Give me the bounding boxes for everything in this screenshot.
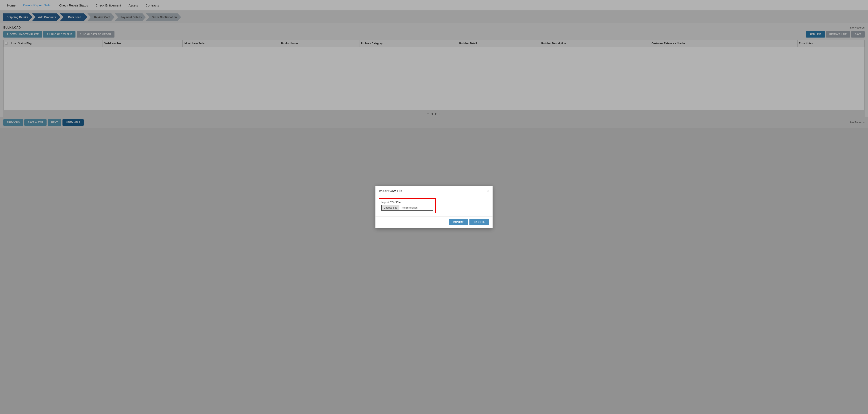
modal-overlay[interactable]: Import CSV File × Import CSV File Choose… bbox=[0, 0, 868, 128]
